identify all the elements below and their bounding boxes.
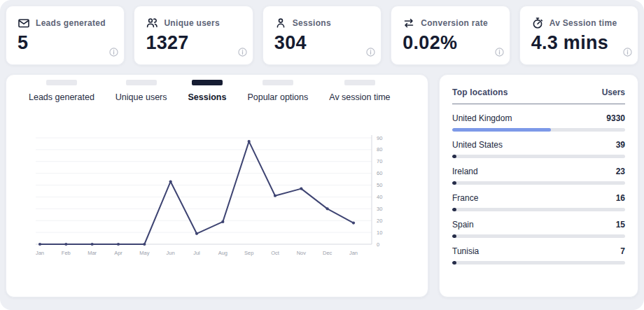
chart-tabs: Leads generated Unique users Sessions Po… bbox=[6, 75, 428, 102]
location-bar-track bbox=[452, 208, 625, 211]
data-point bbox=[91, 243, 94, 246]
y-tick-label: 30 bbox=[377, 206, 382, 212]
location-bar-track bbox=[452, 181, 625, 185]
data-point bbox=[221, 220, 224, 223]
stat-card-label: Sessions bbox=[293, 18, 331, 28]
tab-label: Popular options bbox=[247, 92, 308, 102]
stat-card-value: 304 bbox=[274, 33, 371, 54]
location-row-france: France 16 bbox=[452, 193, 625, 220]
tab-label: Leads generated bbox=[29, 92, 94, 102]
y-tick-label: 50 bbox=[377, 182, 382, 188]
top-locations-list: United Kingdom 9330 United States 39 Ire… bbox=[452, 113, 625, 273]
location-name: Tunisia bbox=[452, 246, 479, 256]
y-tick-label: 10 bbox=[377, 230, 382, 236]
tab-indicator bbox=[126, 80, 157, 85]
data-point bbox=[326, 207, 329, 210]
stat-card-conversion-rate: Conversion rate 0.02% bbox=[391, 6, 510, 65]
stat-card-value: 1327 bbox=[146, 33, 242, 54]
location-bar-track bbox=[452, 234, 625, 238]
location-bar-fill bbox=[452, 234, 456, 238]
data-point bbox=[274, 195, 276, 197]
location-row-ireland: Ireland 23 bbox=[452, 167, 625, 193]
x-tick-label: Nov bbox=[297, 250, 307, 256]
location-users-count: 7 bbox=[620, 246, 625, 256]
unique-users-icon bbox=[146, 17, 158, 29]
top-locations-panel: Top locations Users United Kingdom 9330 … bbox=[439, 74, 638, 297]
sessions-chart-panel: Leads generated Unique users Sessions Po… bbox=[6, 74, 428, 297]
location-name: France bbox=[452, 193, 478, 203]
y-tick-label: 70 bbox=[377, 158, 382, 164]
tab-popular-options[interactable]: Popular options bbox=[247, 80, 308, 102]
sessions-series-line bbox=[40, 141, 354, 244]
y-tick-label: 60 bbox=[377, 170, 382, 176]
stat-card-sessions: Sessions 304 bbox=[262, 6, 382, 65]
tab-indicator bbox=[344, 80, 375, 85]
tab-unique-users[interactable]: Unique users bbox=[115, 80, 167, 102]
y-tick-label: 20 bbox=[377, 218, 382, 224]
swap-arrows-icon bbox=[402, 17, 415, 29]
location-users-count: 23 bbox=[616, 167, 625, 176]
tab-sessions[interactable]: Sessions bbox=[188, 80, 227, 102]
location-users-count: 39 bbox=[616, 140, 625, 150]
location-bar-track bbox=[452, 128, 625, 132]
info-icon[interactable] bbox=[623, 47, 632, 59]
location-bar-fill bbox=[452, 128, 551, 132]
info-icon[interactable] bbox=[109, 47, 118, 59]
location-bar-fill bbox=[452, 208, 456, 211]
stat-card-value: 0.02% bbox=[402, 33, 499, 54]
info-icon[interactable] bbox=[238, 47, 247, 59]
chart-canvas: 0102030405060708090JanFebMarAprMayJunJul… bbox=[27, 131, 411, 265]
data-point bbox=[248, 140, 251, 143]
data-point bbox=[64, 243, 67, 246]
location-bar-fill bbox=[452, 261, 456, 265]
location-name: Ireland bbox=[452, 167, 478, 176]
tab-leads-generated[interactable]: Leads generated bbox=[29, 80, 94, 102]
x-tick-label: Apr bbox=[114, 250, 122, 256]
users-column-header: Users bbox=[602, 87, 625, 97]
x-tick-label: May bbox=[139, 250, 149, 256]
tab-label: Av session time bbox=[329, 92, 390, 102]
x-tick-label: Jul bbox=[193, 250, 200, 256]
x-tick-label: Dec bbox=[323, 250, 332, 256]
location-users-count: 15 bbox=[616, 220, 625, 230]
stat-card-value: 5 bbox=[18, 33, 114, 54]
stat-card-leads-generated: Leads generated 5 bbox=[6, 6, 125, 65]
stat-cards-row: Leads generated 5 Unique users 1327 Sess… bbox=[6, 6, 638, 65]
data-point bbox=[38, 243, 41, 246]
x-tick-label: Sep bbox=[244, 250, 253, 256]
location-name: Spain bbox=[452, 220, 474, 230]
person-icon bbox=[274, 17, 287, 29]
x-tick-label: Jan bbox=[349, 250, 358, 256]
stopwatch-icon bbox=[531, 17, 544, 29]
stat-card-value: 4.3 mins bbox=[531, 33, 628, 54]
tab-indicator bbox=[192, 80, 223, 85]
top-locations-title: Top locations bbox=[452, 87, 508, 97]
location-bar-fill bbox=[452, 155, 456, 158]
location-bar-fill bbox=[452, 181, 456, 185]
info-icon[interactable] bbox=[366, 47, 375, 59]
y-tick-label: 90 bbox=[377, 135, 382, 141]
location-row-tunisia: Tunisia 7 bbox=[452, 246, 625, 273]
envelope-icon bbox=[18, 17, 30, 29]
data-point bbox=[300, 188, 302, 190]
x-tick-label: Oct bbox=[271, 250, 280, 256]
tab-av-session-time[interactable]: Av session time bbox=[329, 80, 390, 102]
x-tick-label: Mar bbox=[88, 250, 97, 256]
tab-label: Unique users bbox=[115, 92, 167, 102]
x-tick-label: Feb bbox=[62, 250, 71, 256]
location-row-united-states: United States 39 bbox=[452, 140, 625, 167]
location-bar-track bbox=[452, 155, 625, 158]
info-icon[interactable] bbox=[495, 47, 504, 59]
sessions-line-chart: 0102030405060708090JanFebMarAprMayJunJul… bbox=[27, 131, 411, 268]
stat-card-label: Av Session time bbox=[550, 18, 617, 28]
tab-indicator bbox=[262, 80, 293, 85]
location-row-united-kingdom: United Kingdom 9330 bbox=[452, 113, 625, 140]
stat-card-av-session-time: Av Session time 4.3 mins bbox=[519, 6, 638, 65]
stat-card-label: Conversion rate bbox=[421, 18, 488, 28]
location-row-spain: Spain 15 bbox=[452, 220, 625, 246]
location-users-count: 9330 bbox=[606, 113, 625, 123]
top-locations-header: Top locations Users bbox=[452, 87, 625, 97]
tab-label: Sessions bbox=[188, 92, 227, 102]
stat-card-label: Unique users bbox=[164, 18, 220, 28]
data-point bbox=[117, 243, 120, 246]
